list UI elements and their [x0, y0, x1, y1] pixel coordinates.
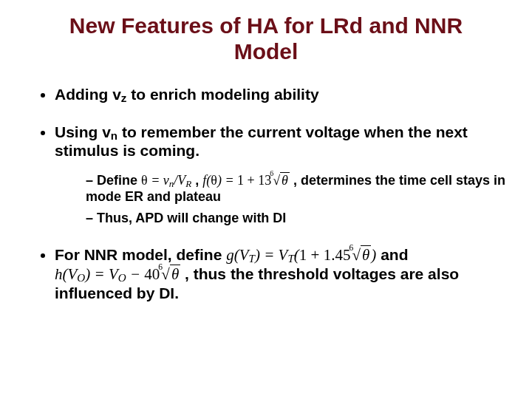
math-g: g(VT) = VT(1 + 1.456√θ): [226, 246, 376, 264]
bullet-2-text-a: Using v: [55, 123, 111, 140]
bullet-3-text-b: and: [381, 246, 408, 263]
bullet-3-text-a: For NNR model, define: [55, 246, 226, 263]
math-theta: θ = vn/VR: [141, 173, 191, 188]
bullet-2-sub: n: [111, 129, 117, 142]
sub-bullet-2: Thus, APD will change with DI: [86, 210, 510, 227]
sub-1-text-b: ,: [195, 173, 202, 188]
slide-title: New Features of HA for LRd and NNR Model: [59, 13, 473, 64]
slide: New Features of HA for LRd and NNR Model…: [0, 0, 532, 399]
sub-list: Define θ = vn/VR , f(θ) = 1 + 136√θ , de…: [55, 172, 510, 227]
sub-1-text-a: Define: [97, 173, 141, 188]
math-f: f(θ) = 1 + 136√θ: [202, 173, 290, 188]
bullet-1: Adding vz to enrich modeling ability: [55, 85, 510, 103]
math-h: h(VO) = VO − 406√θ: [55, 265, 180, 283]
sub-bullet-1: Define θ = vn/VR , f(θ) = 1 + 136√θ , de…: [86, 172, 510, 205]
bullet-2: Using vn to remember the current voltage…: [55, 123, 510, 226]
bullet-1-text-a: Adding v: [55, 86, 121, 103]
bullet-1-text-b: to enrich modeling ability: [126, 86, 318, 103]
bullet-3: For NNR model, define g(VT) = VT(1 + 1.4…: [55, 245, 510, 303]
sub-2-text: Thus, APD will change with DI: [97, 211, 286, 225]
bullet-list: Adding vz to enrich modeling ability Usi…: [22, 85, 510, 303]
